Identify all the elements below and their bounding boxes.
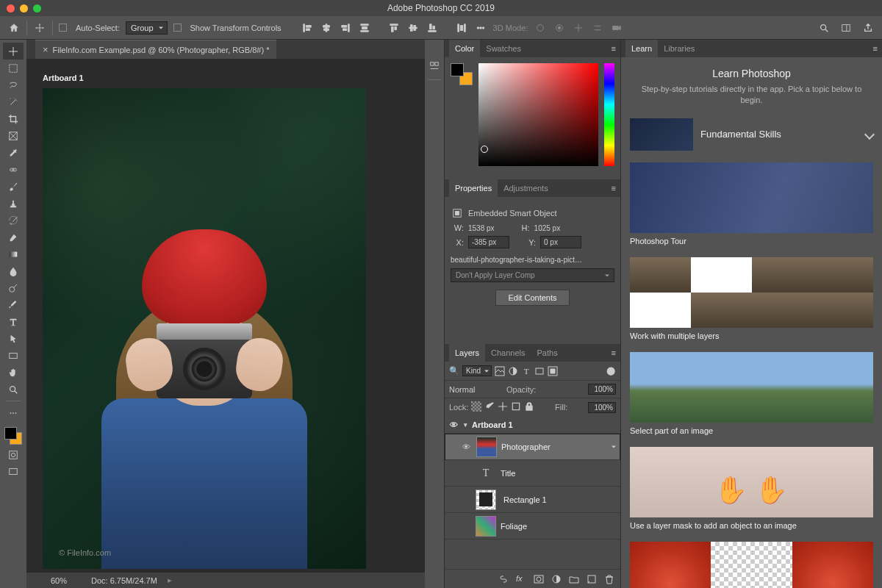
layer-row-title[interactable]: T Title — [445, 460, 620, 487]
tab-adjustments[interactable]: Adjustments — [498, 179, 554, 197]
align-center-h-icon[interactable] — [320, 21, 333, 35]
new-layer-icon[interactable] — [587, 574, 597, 584]
y-input[interactable] — [540, 236, 581, 248]
delete-layer-icon[interactable] — [604, 574, 614, 584]
close-tab-icon[interactable]: × — [43, 44, 49, 55]
lock-position-icon[interactable] — [498, 401, 508, 413]
tutorial-photoshop-tour[interactable]: Photoshop Tour — [630, 162, 873, 245]
layer-row-artboard[interactable]: 👁 ▾ Artboard 1 — [445, 416, 620, 434]
layer-row-photographer[interactable]: 👁 Photographer — [445, 434, 620, 460]
align-center-v-icon[interactable] — [406, 21, 420, 35]
tab-layers[interactable]: Layers — [449, 344, 485, 362]
hue-slider[interactable] — [604, 63, 614, 166]
expand-icon[interactable]: ▾ — [464, 421, 467, 429]
tab-learn[interactable]: Learn — [625, 40, 658, 57]
foreground-swatch[interactable] — [4, 427, 17, 440]
filter-adjustment-icon[interactable] — [508, 366, 518, 376]
crop-tool[interactable] — [3, 110, 24, 127]
foreground-color-icon[interactable] — [451, 63, 464, 76]
lock-transparency-icon[interactable] — [471, 401, 481, 413]
layer-row-rectangle[interactable]: Rectangle 1 — [445, 487, 620, 513]
eyedropper-tool[interactable] — [3, 144, 24, 161]
visibility-toggle-icon[interactable]: 👁 — [448, 420, 459, 429]
filter-type-icon[interactable]: T — [521, 366, 531, 376]
type-tool[interactable] — [3, 313, 24, 330]
align-top-icon[interactable] — [387, 21, 401, 35]
share-icon[interactable] — [861, 21, 875, 35]
zoom-tool[interactable] — [3, 381, 24, 398]
gradient-tool[interactable] — [3, 245, 24, 262]
distribute-v-icon[interactable] — [455, 21, 468, 35]
tutorial-select-part[interactable]: Select part of an image — [630, 352, 873, 435]
layer-mask-icon[interactable] — [534, 574, 544, 584]
tutorial-extra[interactable] — [630, 542, 873, 588]
zoom-level[interactable]: 60% — [37, 576, 81, 585]
distribute-h-icon[interactable] — [358, 21, 371, 35]
search-icon[interactable] — [817, 21, 831, 35]
new-group-icon[interactable] — [569, 574, 579, 584]
minimize-window-icon[interactable] — [20, 4, 28, 12]
workspace-icon[interactable] — [839, 21, 853, 35]
align-right-icon[interactable] — [339, 21, 352, 35]
close-window-icon[interactable] — [7, 4, 15, 12]
x-input[interactable] — [468, 236, 509, 248]
align-left-icon[interactable] — [301, 21, 314, 35]
auto-select-dropdown[interactable]: Group — [126, 21, 168, 35]
tab-channels[interactable]: Channels — [485, 344, 531, 362]
link-layers-icon[interactable] — [498, 574, 509, 584]
blur-tool[interactable] — [3, 262, 24, 279]
panel-menu-icon[interactable]: ≡ — [612, 348, 616, 357]
rectangle-tool[interactable] — [3, 347, 24, 364]
filter-pixel-icon[interactable] — [495, 366, 505, 376]
history-panel-icon[interactable] — [427, 59, 442, 74]
pen-tool[interactable] — [3, 296, 24, 313]
color-swatch-picker[interactable] — [451, 63, 473, 85]
lock-artboard-icon[interactable] — [511, 401, 521, 413]
quick-mask-icon[interactable] — [3, 446, 24, 463]
clone-stamp-tool[interactable] — [3, 195, 24, 212]
panel-menu-icon[interactable]: ≡ — [873, 44, 878, 53]
frame-tool[interactable] — [3, 127, 24, 144]
lock-pixels-icon[interactable] — [484, 401, 495, 413]
path-selection-tool[interactable] — [3, 330, 24, 347]
screen-mode-icon[interactable] — [3, 463, 24, 480]
eraser-tool[interactable] — [3, 229, 24, 245]
move-tool-icon[interactable] — [33, 21, 46, 35]
layer-comp-dropdown[interactable]: Don't Apply Layer Comp — [451, 268, 614, 282]
tab-swatches[interactable]: Swatches — [480, 40, 527, 57]
more-align-icon[interactable] — [474, 21, 487, 35]
artboard[interactable]: © FileInfo.com — [43, 88, 366, 569]
tab-color[interactable]: Color — [449, 40, 480, 57]
layer-row-foliage[interactable]: Foliage — [445, 513, 620, 539]
history-brush-tool[interactable] — [3, 212, 24, 229]
canvas[interactable]: Artboard 1 © FileInfo.com — [26, 59, 425, 572]
kind-filter-dropdown[interactable]: Kind — [462, 365, 492, 376]
lock-all-icon[interactable] — [524, 401, 534, 413]
auto-select-checkbox[interactable] — [59, 24, 67, 32]
filter-shape-icon[interactable] — [534, 366, 545, 376]
visibility-toggle-icon[interactable]: 👁 — [460, 442, 472, 451]
tab-libraries[interactable]: Libraries — [658, 40, 700, 57]
color-swatches[interactable] — [3, 426, 24, 446]
layer-style-icon[interactable]: fx — [516, 574, 526, 584]
saturation-brightness-picker[interactable] — [478, 63, 598, 166]
tutorial-multiple-layers[interactable]: Work with multiple layers — [630, 257, 873, 340]
fundamental-skills-header[interactable]: Fundamental Skills — [630, 118, 873, 151]
adjustment-layer-icon[interactable] — [551, 574, 562, 584]
panel-menu-icon[interactable]: ≡ — [612, 44, 616, 53]
fill-input[interactable]: 100% — [588, 402, 616, 413]
home-icon[interactable] — [7, 21, 21, 35]
status-chevron-icon[interactable]: ▸ — [168, 576, 172, 585]
dodge-tool[interactable] — [3, 279, 24, 296]
blend-mode-dropdown[interactable]: Normal — [449, 385, 503, 394]
align-bottom-icon[interactable] — [426, 21, 439, 35]
hand-tool[interactable] — [3, 364, 24, 381]
document-tab[interactable]: × FileInfo.com Example.psd @ 60% (Photog… — [35, 40, 276, 59]
panel-menu-icon[interactable]: ≡ — [612, 184, 616, 193]
show-transform-checkbox[interactable] — [173, 24, 182, 32]
magic-wand-tool[interactable] — [3, 93, 24, 110]
tab-paths[interactable]: Paths — [531, 344, 564, 362]
brush-tool[interactable] — [3, 178, 24, 195]
tab-properties[interactable]: Properties — [449, 179, 498, 197]
tutorial-layer-mask[interactable]: Use a layer mask to add an object to an … — [630, 447, 873, 530]
